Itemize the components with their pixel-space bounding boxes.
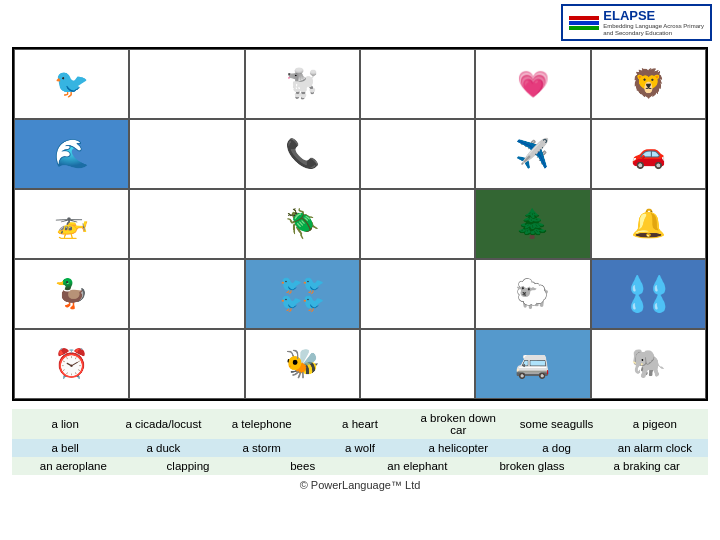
grid-container: 🐦 🐩 💗 🦁 🌊 📞 ✈️ 🚗 🚁: [0, 43, 720, 405]
cell-broken-car: 🚐: [475, 329, 590, 399]
logo-subtitle: Embedding Language Across Primary: [603, 23, 704, 30]
cell-car: 🚗: [591, 119, 706, 189]
cell-bell: 🔔: [591, 189, 706, 259]
word-duck: a duck: [114, 442, 212, 454]
word-row-3: an aeroplane clapping bees an elephant b…: [12, 457, 708, 475]
logo-title: ELAPSE: [603, 8, 704, 23]
word-dog: a dog: [507, 442, 605, 454]
cell-empty-4: [360, 119, 475, 189]
word-lion: a lion: [16, 418, 114, 430]
cell-empty-6: [360, 189, 475, 259]
car-icon: 🚗: [631, 140, 666, 168]
footer: © PowerLanguage™ Ltd: [0, 479, 720, 491]
cell-telephone: 📞: [245, 119, 360, 189]
word-braking-car: a braking car: [589, 460, 704, 472]
pigeon-icon: 🐦: [54, 70, 89, 98]
bell-icon: 🔔: [631, 210, 666, 238]
cell-forest: 🌲: [475, 189, 590, 259]
seagulls-icon: 🐦🐦🐦🐦: [280, 276, 324, 312]
cell-elephant: 🐘: [591, 329, 706, 399]
cell-empty-8: [360, 259, 475, 329]
cell-empty-5: [129, 189, 244, 259]
hand-wave-icon: 🌊: [54, 140, 89, 168]
word-wolf: a wolf: [311, 442, 409, 454]
cell-empty-3: [129, 119, 244, 189]
broken-car-icon: 🚐: [515, 350, 550, 378]
broken-glass-icon: 💧💧💧💧: [626, 276, 670, 312]
cell-empty-2: [360, 49, 475, 119]
header: ELAPSE Embedding Language Across Primary…: [0, 0, 720, 43]
word-alarm-clock: an alarm clock: [606, 442, 704, 454]
word-telephone: a telephone: [213, 418, 311, 430]
word-cicada: a cicada/locust: [114, 418, 212, 430]
cell-empty-7: [129, 259, 244, 329]
cicada-icon: 🪲: [285, 210, 320, 238]
logo: ELAPSE Embedding Language Across Primary…: [561, 4, 712, 41]
cell-sheep: 🐑: [475, 259, 590, 329]
word-heart: a heart: [311, 418, 409, 430]
word-pigeon: a pigeon: [606, 418, 704, 430]
word-helicopter: a helicopter: [409, 442, 507, 454]
cell-bee: 🐝: [245, 329, 360, 399]
duck-icon: 🦆: [54, 280, 89, 308]
dog-icon: 🐩: [285, 70, 320, 98]
word-broken-car: a broken down car: [409, 412, 507, 436]
word-bell: a bell: [16, 442, 114, 454]
cell-cicada: 🪲: [245, 189, 360, 259]
word-elephant: an elephant: [360, 460, 475, 472]
bee-icon: 🐝: [285, 350, 320, 378]
word-clapping: clapping: [131, 460, 246, 472]
cell-lion: 🦁: [591, 49, 706, 119]
lion-icon: 🦁: [631, 70, 666, 98]
logo-stripes: [569, 16, 599, 30]
word-seagulls: some seagulls: [507, 418, 605, 430]
image-grid: 🐦 🐩 💗 🦁 🌊 📞 ✈️ 🚗 🚁: [12, 47, 708, 401]
cell-empty-10: [360, 329, 475, 399]
word-bees: bees: [245, 460, 360, 472]
cell-dog: 🐩: [245, 49, 360, 119]
cell-heart: 💗: [475, 49, 590, 119]
word-section: a lion a cicada/locust a telephone a hea…: [0, 409, 720, 475]
cell-helicopter: 🚁: [14, 189, 129, 259]
logo-subtitle2: and Secondary Education: [603, 30, 704, 37]
telephone-icon: 📞: [285, 140, 320, 168]
word-aeroplane: an aeroplane: [16, 460, 131, 472]
cell-alarm-clock: ⏰: [14, 329, 129, 399]
cell-aeroplane: ✈️: [475, 119, 590, 189]
aeroplane-icon: ✈️: [515, 140, 550, 168]
cell-duck: 🦆: [14, 259, 129, 329]
alarm-clock-icon: ⏰: [54, 350, 89, 378]
cell-empty-9: [129, 329, 244, 399]
cell-pigeon: 🐦: [14, 49, 129, 119]
heart-icon: 💗: [517, 71, 549, 97]
word-broken-glass: broken glass: [475, 460, 590, 472]
word-row-2: a bell a duck a storm a wolf a helicopte…: [12, 439, 708, 457]
footer-text: © PowerLanguage™ Ltd: [300, 479, 421, 491]
word-row-1: a lion a cicada/locust a telephone a hea…: [12, 409, 708, 439]
cell-glass: 💧💧💧💧: [591, 259, 706, 329]
word-storm: a storm: [213, 442, 311, 454]
cell-hand: 🌊: [14, 119, 129, 189]
cell-seagulls: 🐦🐦🐦🐦: [245, 259, 360, 329]
helicopter-icon: 🚁: [54, 210, 89, 238]
sheep-icon: 🐑: [515, 280, 550, 308]
forest-icon: 🌲: [515, 210, 550, 238]
elephant-icon: 🐘: [631, 350, 666, 378]
cell-empty-1: [129, 49, 244, 119]
